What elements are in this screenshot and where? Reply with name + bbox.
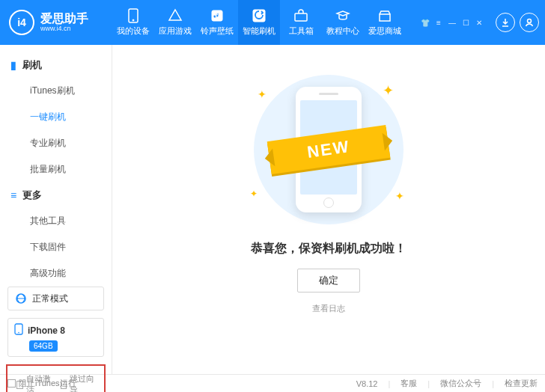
tab-label: 工具箱 [289, 25, 314, 37]
store-icon [377, 8, 392, 23]
tab-store[interactable]: 爱思商城 [364, 0, 406, 45]
maximize-icon[interactable]: ☐ [461, 18, 470, 27]
sidebar-item-pro-flash[interactable]: 专业刷机 [0, 130, 112, 156]
phone-icon: ▮ [10, 59, 16, 71]
view-log-link[interactable]: 查看日志 [312, 303, 345, 314]
sparkle-icon: ✦ [258, 88, 267, 100]
sidebar-item-oneclick-flash[interactable]: 一键刷机 [0, 104, 112, 130]
mode-box[interactable]: 正常模式 [7, 287, 104, 310]
header-right: 👕 ≡ — ☐ ✕ [421, 0, 545, 45]
device-icon [126, 8, 141, 23]
tab-label: 应用游戏 [159, 25, 192, 37]
tab-label: 铃声壁纸 [201, 25, 234, 37]
checkbox-icon [7, 379, 16, 388]
storage-badge: 64GB [29, 340, 58, 352]
svg-point-9 [18, 332, 19, 334]
svg-point-1 [133, 19, 134, 21]
wechat-link[interactable]: 微信公众号 [440, 378, 481, 389]
mode-icon [14, 292, 28, 305]
device-box[interactable]: iPhone 8 64GB [7, 318, 104, 357]
sparkle-icon: ✦ [383, 82, 394, 99]
tab-toolbox[interactable]: 工具箱 [280, 0, 322, 45]
flash-icon [252, 8, 267, 23]
svg-rect-4 [295, 13, 307, 21]
brand-logo-icon: i4 [9, 10, 34, 35]
checkbox-label: 阻止iTunes运行 [19, 378, 76, 389]
close-icon[interactable]: ✕ [475, 18, 484, 27]
sidebar-item-advanced[interactable]: 高级功能 [0, 260, 112, 287]
device-small-icon [14, 323, 23, 337]
sparkle-icon: ✦ [250, 189, 258, 199]
download-button[interactable] [496, 13, 515, 32]
block-itunes-checkbox[interactable]: 阻止iTunes运行 [7, 378, 76, 389]
sidebar-group-flash: ▮ 刷机 [0, 52, 112, 78]
tab-label: 智能刷机 [243, 25, 275, 37]
tab-ringtone-wallpaper[interactable]: 铃声壁纸 [196, 0, 238, 45]
success-illustration: ✦ ✦ ✦ ✦ NEW [228, 75, 430, 224]
brand: i4 爱思助手 www.i4.cn [0, 0, 112, 45]
support-link[interactable]: 客服 [401, 378, 417, 389]
separator: | [388, 379, 390, 388]
sidebar-item-batch-flash[interactable]: 批量刷机 [0, 156, 112, 183]
tab-label: 爱思商城 [368, 25, 401, 37]
sidebar-item-itunes-flash[interactable]: iTunes刷机 [0, 78, 112, 104]
success-message: 恭喜您，保资料刷机成功啦！ [251, 241, 407, 257]
sidebar: ▮ 刷机 iTunes刷机 一键刷机 专业刷机 批量刷机 ≡ 更多 其他工具 下… [0, 45, 112, 374]
tab-label: 我的设备 [117, 25, 150, 37]
app-header: i4 爱思助手 www.i4.cn 我的设备 应用游戏 铃声壁纸 智能刷机 工具… [0, 0, 545, 45]
tab-tutorials[interactable]: 教程中心 [322, 0, 364, 45]
sidebar-group-more: ≡ 更多 [0, 183, 112, 208]
minimize-icon[interactable]: — [448, 18, 457, 27]
more-icon: ≡ [10, 189, 16, 201]
brand-name: 爱思助手 [40, 12, 88, 25]
user-button[interactable] [520, 13, 539, 32]
apps-icon [168, 8, 183, 23]
menu-icon[interactable]: ≡ [434, 18, 443, 27]
update-link[interactable]: 检查更新 [505, 378, 538, 389]
brand-url: www.i4.cn [40, 25, 88, 33]
main-content: ✦ ✦ ✦ ✦ NEW 恭喜您，保资料刷机成功啦！ 确定 查看日志 [112, 45, 545, 374]
top-tabs: 我的设备 应用游戏 铃声壁纸 智能刷机 工具箱 教程中心 爱思商城 [112, 0, 421, 45]
tab-smart-flash[interactable]: 智能刷机 [238, 0, 280, 45]
separator: | [427, 379, 430, 388]
tab-my-device[interactable]: 我的设备 [112, 0, 154, 45]
toolbox-icon [293, 8, 308, 23]
device-name: iPhone 8 [28, 325, 65, 336]
music-icon [210, 8, 225, 23]
tab-apps-games[interactable]: 应用游戏 [154, 0, 196, 45]
skin-icon[interactable]: 👕 [421, 18, 430, 27]
sparkle-icon: ✦ [395, 190, 404, 202]
group-title: 更多 [22, 189, 42, 202]
tab-label: 教程中心 [326, 25, 359, 37]
mode-label: 正常模式 [32, 293, 68, 305]
sidebar-item-other-tools[interactable]: 其他工具 [0, 208, 112, 234]
svg-point-6 [528, 19, 532, 23]
tutorial-icon [335, 8, 350, 23]
svg-rect-5 [380, 14, 390, 21]
group-title: 刷机 [22, 58, 42, 72]
sidebar-item-download-firmware[interactable]: 下载固件 [0, 234, 112, 260]
version-label: V8.12 [356, 379, 378, 388]
ok-button[interactable]: 确定 [297, 269, 360, 293]
separator: | [492, 379, 494, 388]
